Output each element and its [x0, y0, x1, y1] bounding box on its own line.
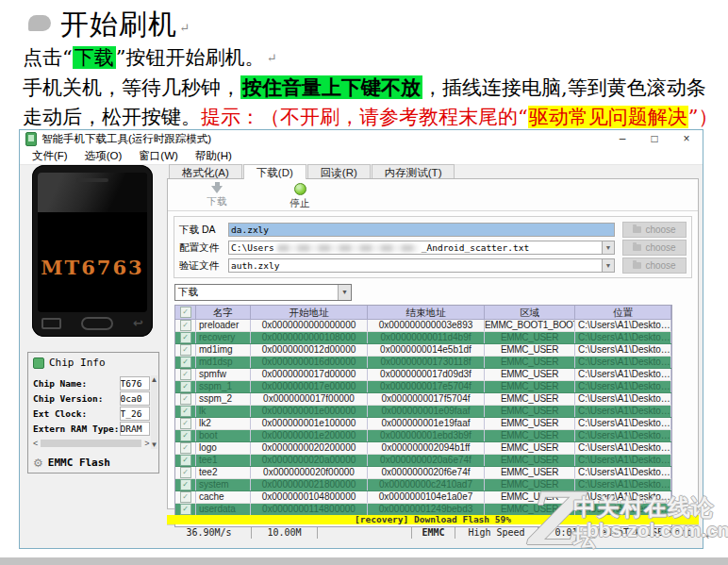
table-row[interactable]: ✓lk0x000000001e0000000x000000001e09faafE…	[175, 406, 671, 418]
row-checkbox[interactable]: ✓	[175, 442, 196, 454]
menu-window[interactable]: 窗口(W)	[130, 149, 187, 163]
maximize-button[interactable]: □	[638, 130, 670, 148]
table-row[interactable]: ✓system0x00000000218000000x00000000c2410…	[175, 479, 671, 491]
scatter-file-input[interactable]: C:\Users_Android_scatter.txt	[228, 241, 603, 255]
tab-readback[interactable]: 回读(R)	[307, 164, 371, 179]
scroll-down-icon[interactable]: ▼	[151, 440, 158, 449]
menu-file[interactable]: 文件(F)	[24, 149, 76, 163]
path-prefix: C:\Users	[231, 241, 274, 254]
scatter-dropdown-icon[interactable]: ▼	[603, 241, 615, 255]
region: EMMC_USER	[485, 406, 575, 417]
chip-horizontal-scrollbar[interactable]: < >	[33, 438, 150, 449]
start-address: 0x0000000104800000	[251, 491, 368, 503]
table-row[interactable]: ✓recovery0x00000000001080000x00000000011…	[175, 332, 671, 344]
download-da-input[interactable]: da.zxly	[228, 223, 615, 237]
checkbox-icon: ✓	[180, 344, 191, 356]
end-address: 0x000000001730118f	[368, 357, 485, 368]
select-all-checkbox[interactable]: ✓	[175, 306, 196, 320]
phone-preview: MT6763 ↩	[32, 165, 153, 337]
paragraph-mark: ↵	[267, 51, 277, 65]
scroll-right-icon[interactable]: >	[144, 439, 149, 448]
row-checkbox[interactable]: ✓	[175, 491, 196, 503]
table-row[interactable]: ✓cache0x00000001048000000x0000000104e1a0…	[175, 491, 671, 504]
file-location: C:\Users\A1\Desktop\...	[575, 393, 671, 405]
menu-options[interactable]: 选项(O)	[76, 149, 131, 163]
table-row[interactable]: ✓md1img0x0000000012d000000x0000000014e5b…	[175, 344, 671, 357]
row-checkbox[interactable]: ✓	[175, 357, 196, 368]
row-checkbox[interactable]: ✓	[175, 430, 196, 441]
table-row[interactable]: ✓logo0x00000000202000000x000000002094b1f…	[175, 442, 671, 455]
scroll-left-icon[interactable]: <	[33, 439, 38, 448]
column-header-location[interactable]: 位置	[575, 306, 671, 320]
table-row[interactable]: ✓boot0x000000001e2000000x000000001ebd3b9…	[175, 430, 671, 442]
toolbar: 下载 停止	[168, 179, 698, 211]
checkbox-icon: ✓	[180, 430, 191, 441]
phone-back-icon: ↩	[133, 319, 143, 328]
checkbox-icon: ✓	[180, 307, 191, 318]
column-header-end[interactable]: 结束地址	[368, 306, 485, 320]
left-panel: MT6763 ↩ Chip Info Chip Name:	[27, 164, 169, 474]
scroll-up-icon[interactable]: ▲	[151, 375, 158, 384]
row-checkbox[interactable]: ✓	[175, 455, 196, 466]
volume-keys-highlight: 按住音量上下键不放	[240, 75, 422, 99]
row-checkbox[interactable]: ✓	[175, 320, 196, 331]
close-button[interactable]: ×	[670, 130, 703, 148]
partition-name: spmfw	[196, 369, 251, 380]
status-empty	[318, 527, 412, 539]
app-icon	[25, 132, 37, 146]
text: 点击“	[23, 46, 73, 69]
row-checkbox[interactable]: ✓	[175, 332, 196, 343]
choose-scatter-button[interactable]: choose	[622, 240, 687, 256]
menu-help[interactable]: 帮助(H)	[187, 149, 240, 163]
row-checkbox[interactable]: ✓	[175, 369, 196, 380]
instruction-line-1: 点击“下载”按钮开始刷机。↵	[23, 43, 722, 73]
auth-dropdown-icon[interactable]: ▼	[603, 258, 615, 273]
stop-button[interactable]: 停止	[272, 182, 328, 210]
file-location: C:\Users\A1\Desktop\...	[575, 406, 671, 417]
choose-da-button[interactable]: choose	[622, 222, 687, 238]
column-header-start[interactable]: 开始地址	[251, 306, 368, 320]
row-checkbox[interactable]: ✓	[175, 479, 196, 490]
blurred-path-segment	[277, 244, 419, 252]
row-checkbox[interactable]: ✓	[175, 381, 196, 392]
tab-format[interactable]: 格式化(A)	[169, 164, 242, 179]
chip-info-label: Chip Version:	[33, 393, 120, 404]
end-address: 0x0000000104e1a0e7	[368, 491, 485, 503]
file-location: C:\Users\A1\Desktop\...	[575, 332, 671, 343]
choose-auth-button[interactable]: choose	[622, 258, 687, 274]
table-row[interactable]: ✓sspm_10x0000000017e000000x0000000017e57…	[175, 381, 671, 393]
minimize-button[interactable]: –	[606, 130, 638, 148]
row-checkbox[interactable]: ✓	[175, 406, 196, 417]
row-checkbox[interactable]: ✓	[175, 418, 196, 429]
progress-bar: [recovery] Download Flash 59%	[167, 515, 699, 524]
download-tab-page: 下载 停止 下载 DA da.zxly choose 配置文件	[167, 178, 699, 509]
table-row[interactable]: ✓tee10x0000000020a000000x0000000020a6e74…	[175, 455, 671, 467]
row-checkbox[interactable]: ✓	[175, 467, 196, 478]
table-row[interactable]: ✓preloader0x00000000000000000x0000000000…	[175, 320, 671, 332]
start-address: 0x000000001e200000	[251, 430, 368, 441]
column-header-name[interactable]: 名字	[196, 306, 251, 320]
column-header-region[interactable]: 区域	[485, 306, 575, 320]
scrollbar-track[interactable]	[41, 440, 141, 447]
start-address: 0x0000000017d00000	[251, 369, 368, 380]
file-fields-group: 下载 DA da.zxly choose 配置文件 C:\Users_Andro…	[174, 216, 692, 278]
table-row[interactable]: ✓spmfw0x0000000017d000000x0000000017d09d…	[175, 369, 671, 381]
mode-select[interactable]: 下载 ▼	[174, 284, 352, 301]
table-row[interactable]: ✓sspm_20x0000000017f000000x0000000017f57…	[175, 393, 671, 406]
auth-file-input[interactable]: auth.zxly	[228, 258, 603, 273]
partition-name: recovery	[196, 332, 251, 343]
row-checkbox[interactable]: ✓	[175, 393, 196, 405]
download-arrow-icon	[211, 186, 223, 193]
table-row[interactable]: ✓lk20x000000001e1000000x000000001e19faaf…	[175, 418, 671, 430]
start-address: 0x0000000020f00000	[251, 467, 368, 478]
titlebar[interactable]: 智能手机下载工具(运行时跟踪模式) – □ ×	[20, 130, 703, 148]
end-address: 0x000000000003e893	[368, 320, 485, 331]
chip-info-row: Extern RAM Type: DRAM	[33, 421, 150, 436]
tab-memory-test[interactable]: 内存测试(T)	[372, 164, 455, 179]
download-button[interactable]: 下载	[189, 182, 245, 208]
chip-vertical-scrollbar[interactable]: ▲ ▼	[151, 375, 158, 449]
table-row[interactable]: ✓md1dsp0x0000000016d000000x0000000017301…	[175, 357, 671, 369]
row-checkbox[interactable]: ✓	[175, 344, 196, 356]
table-row[interactable]: ✓tee20x0000000020f000000x0000000020f6e74…	[175, 467, 671, 479]
tab-download[interactable]: 下载(D)	[243, 164, 306, 179]
